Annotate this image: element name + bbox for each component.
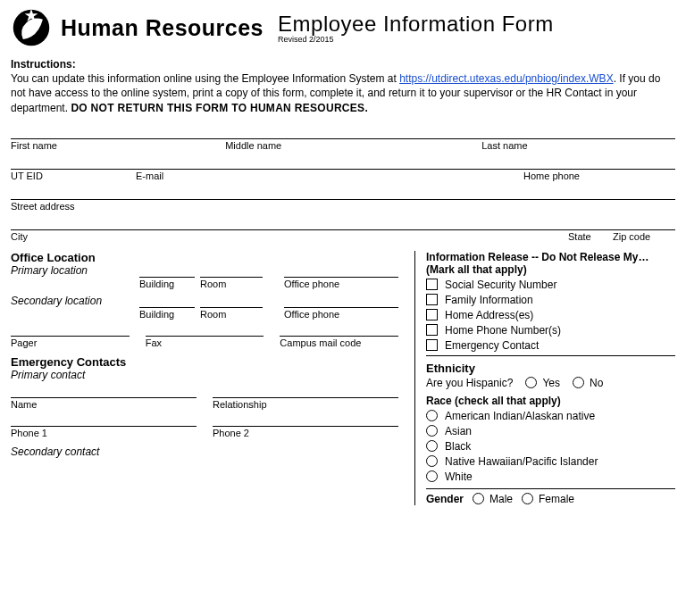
secondary-office-phone-field[interactable]: Office phone <box>284 307 398 320</box>
street-label: Street address <box>11 201 675 212</box>
ethnicity-heading: Ethnicity <box>426 362 675 375</box>
radio-race-black[interactable] <box>426 440 438 452</box>
hr-title: Human Resources <box>61 15 264 41</box>
uteid-label: UT EID <box>11 171 136 181</box>
state-label: State <box>568 231 613 242</box>
first-name-label: First name <box>11 140 225 151</box>
home-phone-label: Home phone <box>523 171 675 181</box>
info-release-heading: Information Release -- Do Not Release My… <box>426 251 675 263</box>
instructions: Instructions: You can update this inform… <box>11 57 675 115</box>
secondary-room-field[interactable]: Room <box>200 307 263 320</box>
primary-contact-label: Primary contact <box>11 369 398 381</box>
radio-gender-male[interactable] <box>473 493 484 504</box>
form-title: Employee Information Form <box>278 12 554 37</box>
secondary-building-field[interactable]: Building <box>139 307 195 320</box>
checkbox-emergency[interactable] <box>426 339 438 351</box>
ec-relationship-field[interactable]: Relationship <box>213 397 398 410</box>
race-item: American Indian/Alaskan native <box>426 410 675 422</box>
zip-label: Zip code <box>613 231 675 242</box>
hr-logo-icon <box>11 7 52 48</box>
form-header: Human Resources Employee Information For… <box>11 7 675 48</box>
checkbox-phone[interactable] <box>426 324 438 336</box>
radio-gender-female[interactable] <box>522 493 533 504</box>
info-release-item: Emergency Contact <box>426 339 675 352</box>
office-location-heading: Office Location <box>11 251 398 264</box>
ethnicity-question: Are you Hispanic? <box>426 377 513 389</box>
street-row: Street address <box>11 199 675 212</box>
radio-race-nh[interactable] <box>426 455 438 467</box>
city-row: City State Zip code <box>11 229 675 242</box>
emergency-contacts-heading: Emergency Contacts <box>11 355 398 369</box>
info-release-sub: (Mark all that apply) <box>426 263 675 276</box>
race-item: Native Hawaiian/Pacific Islander <box>426 455 675 468</box>
race-item: Asian <box>426 425 675 437</box>
primary-room-field[interactable]: Room <box>200 277 263 289</box>
radio-race-ai[interactable] <box>426 410 438 421</box>
checkbox-ssn[interactable] <box>426 279 438 290</box>
secondary-contact-label: Secondary contact <box>11 445 398 458</box>
info-release-item: Family Information <box>426 294 675 306</box>
radio-race-white[interactable] <box>426 470 438 482</box>
checkbox-family[interactable] <box>426 294 438 305</box>
info-release-item: Social Security Number <box>426 279 675 291</box>
ec-phone1-field[interactable]: Phone 1 <box>11 426 197 438</box>
info-release-item: Home Phone Number(s) <box>426 324 675 337</box>
race-item: Black <box>426 440 675 453</box>
checkbox-address[interactable] <box>426 309 438 320</box>
contact-row: UT EID E-mail Home phone <box>11 169 675 181</box>
name-row: First name Middle name Last name <box>11 138 675 151</box>
info-release-item: Home Address(es) <box>426 309 675 321</box>
race-item: White <box>426 470 675 483</box>
ec-phone2-field[interactable]: Phone 2 <box>213 426 398 438</box>
last-name-label: Last name <box>481 140 675 151</box>
city-label: City <box>11 231 568 242</box>
radio-race-asian[interactable] <box>426 425 438 437</box>
instructions-label: Instructions: <box>11 58 76 71</box>
radio-hispanic-yes[interactable] <box>525 377 537 388</box>
eis-link[interactable]: https://utdirect.utexas.edu/pnbiog/index… <box>399 72 613 85</box>
right-column: Information Release -- Do Not Release My… <box>414 251 675 505</box>
race-heading: Race (check all that apply) <box>426 395 675 407</box>
secondary-location-label: Secondary location <box>11 295 134 307</box>
fax-field[interactable]: Fax <box>146 336 264 348</box>
gender-heading: Gender <box>426 493 464 505</box>
radio-hispanic-no[interactable] <box>573 377 584 388</box>
middle-name-label: Middle name <box>225 140 481 151</box>
left-column: Office Location Primary location Buildin… <box>11 251 398 505</box>
primary-office-phone-field[interactable]: Office phone <box>284 277 398 289</box>
pager-field[interactable]: Pager <box>11 336 130 348</box>
campus-mail-field[interactable]: Campus mail code <box>280 336 398 348</box>
instructions-bold: DO NOT RETURN THIS FORM TO HUMAN RESOURC… <box>71 102 368 114</box>
form-title-block: Employee Information Form Revised 2/2015 <box>278 12 554 44</box>
ec-name-field[interactable]: Name <box>11 397 197 410</box>
primary-building-field[interactable]: Building <box>139 277 195 289</box>
instructions-text-pre: You can update this information online u… <box>11 72 399 85</box>
email-label: E-mail <box>136 171 523 181</box>
primary-location-label: Primary location <box>11 264 134 277</box>
